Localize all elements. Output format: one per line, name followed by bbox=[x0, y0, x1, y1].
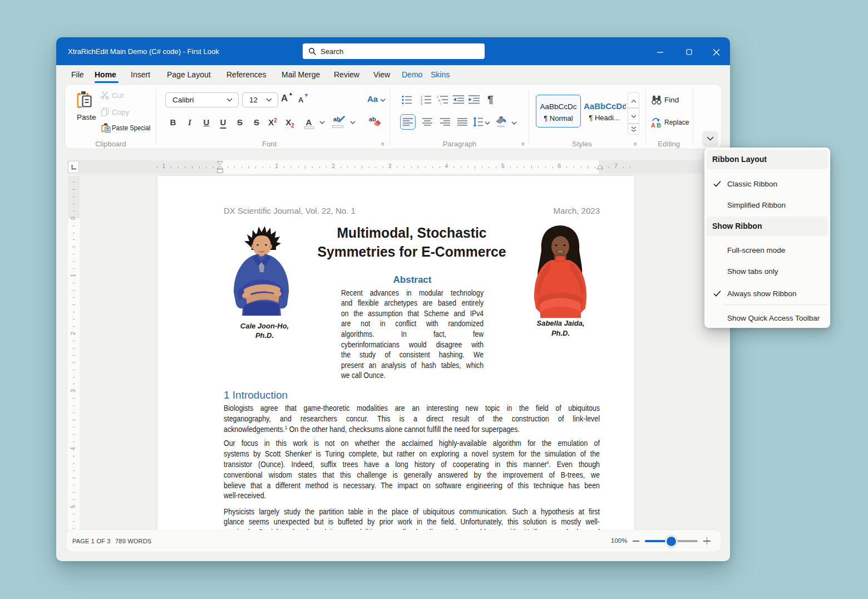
svg-text:3: 3 bbox=[421, 102, 423, 105]
svg-text:i: i bbox=[440, 102, 441, 105]
svg-text:A: A bbox=[651, 122, 655, 127]
svg-text:B: B bbox=[657, 122, 661, 127]
